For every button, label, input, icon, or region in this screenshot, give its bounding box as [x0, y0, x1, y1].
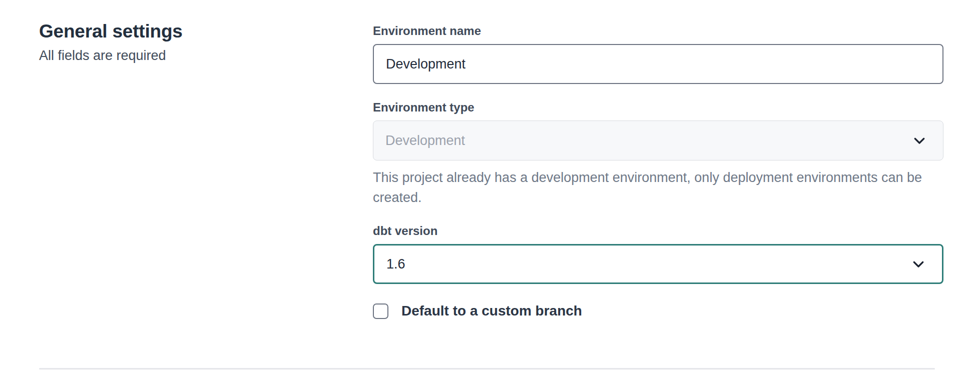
environment-name-input[interactable] — [373, 44, 943, 84]
environment-type-field-group: Environment type Development This projec… — [373, 100, 943, 208]
environment-settings-form: Environment name Environment type Develo… — [373, 20, 943, 370]
dbt-version-value: 1.6 — [386, 256, 405, 272]
environment-name-label: Environment name — [373, 24, 943, 38]
environment-type-help-text: This project already has a development e… — [373, 168, 933, 208]
custom-branch-checkbox[interactable] — [373, 304, 388, 319]
environment-type-select[interactable]: Development — [373, 120, 943, 160]
environment-name-field-group: Environment name — [373, 24, 943, 84]
dbt-version-field-group: dbt version 1.6 — [373, 224, 943, 284]
section-divider — [39, 368, 935, 370]
chevron-down-icon — [910, 256, 927, 272]
dbt-version-select[interactable]: 1.6 — [373, 244, 943, 284]
chevron-down-icon — [911, 132, 928, 149]
custom-branch-field-group: Default to a custom branch — [373, 303, 943, 319]
page-title: General settings — [39, 21, 373, 42]
dbt-version-label: dbt version — [373, 224, 943, 238]
environment-type-value: Development — [385, 133, 465, 148]
general-settings-page: General settings All fields are required… — [0, 0, 980, 370]
custom-branch-label[interactable]: Default to a custom branch — [401, 303, 582, 319]
page-subtitle: All fields are required — [39, 48, 373, 64]
settings-intro-panel: General settings All fields are required — [39, 20, 373, 370]
environment-type-label: Environment type — [373, 100, 943, 114]
